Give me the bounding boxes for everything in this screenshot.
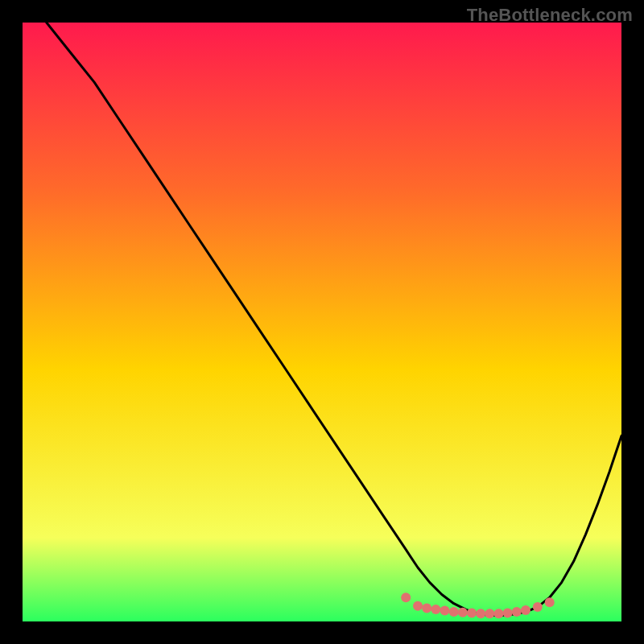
bottleneck-chart: [23, 23, 621, 621]
marker-point: [431, 605, 440, 614]
marker-point: [467, 609, 477, 618]
marker-point: [422, 604, 431, 613]
gradient-background: [23, 23, 621, 621]
marker-point: [485, 609, 494, 618]
marker-point: [401, 592, 411, 602]
chart-frame: TheBottleneck.com: [0, 0, 644, 644]
marker-point: [449, 607, 459, 617]
plot-area: [23, 23, 621, 621]
marker-point: [512, 607, 522, 617]
marker-point: [521, 605, 530, 615]
marker-point: [458, 608, 468, 617]
marker-point: [440, 606, 450, 616]
marker-point: [413, 601, 423, 611]
marker-point: [494, 609, 504, 618]
marker-point: [533, 602, 543, 612]
marker-point: [545, 597, 555, 607]
marker-point: [503, 609, 513, 618]
marker-point: [476, 609, 485, 618]
